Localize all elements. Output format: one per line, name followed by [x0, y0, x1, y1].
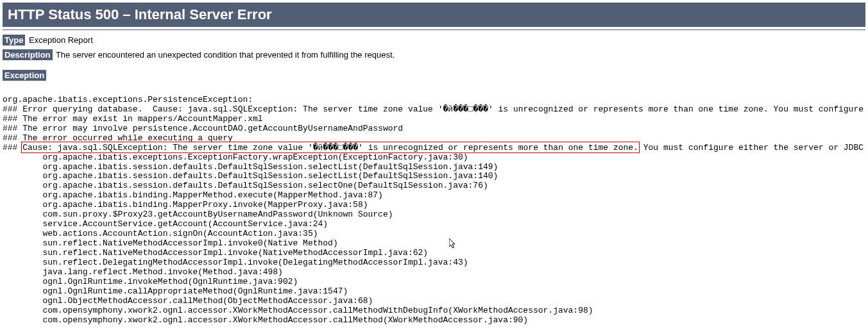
trace-line: org.apache.ibatis.exceptions.ExceptionFa… [3, 153, 468, 162]
trace-line: ognl.ObjectMethodAccessor.callMethod(Obj… [3, 296, 373, 306]
trace-line: org.apache.ibatis.session.defaults.Defau… [3, 171, 498, 181]
exception-label: Exception [3, 70, 46, 81]
trace-line: org.apache.ibatis.session.defaults.Defau… [3, 162, 498, 172]
divider [3, 29, 865, 30]
trace-line: com.sun.proxy.$Proxy23.getAccountByUsern… [3, 210, 393, 219]
trace-line: ### The error occurred while executing a… [3, 133, 233, 143]
type-label: Type [3, 35, 25, 45]
page-title: HTTP Status 500 – Internal Server Error [3, 3, 865, 27]
trace-line: org.apache.ibatis.session.defaults.Defau… [3, 181, 488, 190]
trace-line: sun.reflect.NativeMethodAccessorImpl.inv… [3, 238, 338, 248]
trace-line: ognl.OgnlRuntime.callAppropriateMethod(O… [3, 286, 348, 296]
trace-line: org.apache.ibatis.exceptions.Persistence… [3, 95, 258, 104]
trace-line: sun.reflect.DelegatingMethodAccessorImpl… [3, 258, 468, 267]
page-title-text: HTTP Status 500 – Internal Server Error [8, 6, 272, 22]
type-text: Exception Report [29, 35, 93, 45]
trace-line: org.apache.ibatis.binding.MapperProxy.in… [3, 200, 368, 210]
trace-line: ### The error may exist in mappers/Accou… [3, 114, 263, 124]
trace-line: java.lang.reflect.Method.invoke(Method.j… [3, 267, 283, 277]
trace-line: org.apache.ibatis.binding.MapperMethod.e… [3, 190, 383, 200]
trace-line: web.actions.AccountAction.signOn(Account… [3, 229, 318, 238]
trace-line-highlight: Cause: java.sql.SQLException: The server… [22, 143, 638, 153]
trace-line-prefix: ### [3, 143, 22, 153]
trace-line: ### Error querying database. Cause: java… [3, 104, 868, 114]
stack-trace: org.apache.ibatis.exceptions.Persistence… [3, 86, 865, 330]
description-label: Description [3, 49, 53, 60]
trace-line: ### The error may involve persistence.Ac… [3, 124, 403, 133]
type-section: Type Exception Report [3, 35, 865, 45]
trace-line: com.opensymphony.xwork2.ognl.accessor.XW… [3, 315, 528, 325]
description-section: Description The server encountered an un… [3, 50, 865, 60]
description-text: The server encountered an unexpected con… [56, 50, 395, 60]
trace-line: sun.reflect.NativeMethodAccessorImpl.inv… [3, 248, 428, 258]
trace-line: service.AccountService.getAccount(Accoun… [3, 219, 328, 229]
trace-line-suffix: You must configure either the server or … [638, 143, 868, 153]
trace-line: com.opensymphony.xwork2.ognl.accessor.XW… [3, 306, 593, 315]
trace-line: ognl.OgnlRuntime.invokeMethod(OgnlRuntim… [3, 277, 298, 286]
